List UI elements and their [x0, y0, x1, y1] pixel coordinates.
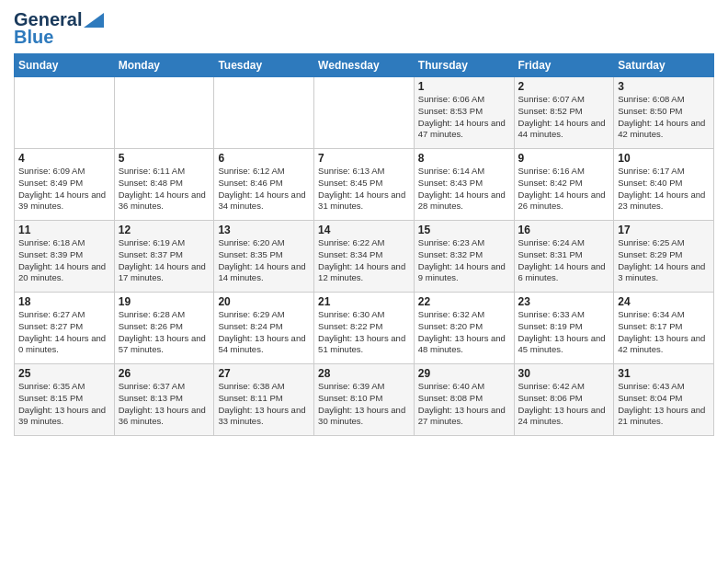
day-number: 11: [18, 224, 110, 236]
day-cell: 6Sunrise: 6:12 AM Sunset: 8:46 PM Daylig…: [214, 149, 314, 221]
day-number: 20: [218, 295, 310, 308]
day-detail: Sunrise: 6:32 AM Sunset: 8:20 PM Dayligh…: [418, 309, 510, 356]
day-cell: 13Sunrise: 6:20 AM Sunset: 8:35 PM Dayli…: [214, 221, 314, 293]
day-detail: Sunrise: 6:25 AM Sunset: 8:29 PM Dayligh…: [618, 237, 710, 284]
day-cell: 4Sunrise: 6:09 AM Sunset: 8:49 PM Daylig…: [15, 149, 115, 221]
week-row-4: 18Sunrise: 6:27 AM Sunset: 8:27 PM Dayli…: [15, 293, 714, 364]
day-cell: 10Sunrise: 6:17 AM Sunset: 8:40 PM Dayli…: [614, 149, 714, 221]
day-cell: 9Sunrise: 6:16 AM Sunset: 8:42 PM Daylig…: [514, 149, 614, 221]
day-detail: Sunrise: 6:08 AM Sunset: 8:50 PM Dayligh…: [618, 94, 710, 141]
day-number: 23: [518, 295, 610, 308]
day-cell: 16Sunrise: 6:24 AM Sunset: 8:31 PM Dayli…: [514, 221, 614, 293]
day-number: 19: [119, 295, 210, 308]
calendar-table: SundayMondayTuesdayWednesdayThursdayFrid…: [14, 53, 714, 436]
day-detail: Sunrise: 6:16 AM Sunset: 8:42 PM Dayligh…: [518, 166, 610, 213]
day-number: 25: [18, 367, 110, 380]
day-cell: 17Sunrise: 6:25 AM Sunset: 8:29 PM Dayli…: [614, 221, 714, 293]
day-detail: Sunrise: 6:42 AM Sunset: 8:06 PM Dayligh…: [518, 381, 610, 428]
header-saturday: Saturday: [614, 54, 714, 77]
header-sunday: Sunday: [15, 54, 115, 77]
day-cell: 26Sunrise: 6:37 AM Sunset: 8:13 PM Dayli…: [114, 364, 214, 436]
day-number: 5: [119, 152, 210, 165]
day-number: 13: [218, 224, 310, 236]
day-detail: Sunrise: 6:40 AM Sunset: 8:08 PM Dayligh…: [418, 381, 510, 428]
day-cell: [314, 77, 415, 149]
day-cell: 30Sunrise: 6:42 AM Sunset: 8:06 PM Dayli…: [514, 364, 614, 436]
day-cell: 11Sunrise: 6:18 AM Sunset: 8:39 PM Dayli…: [15, 221, 115, 293]
header-monday: Monday: [114, 54, 214, 77]
day-cell: [114, 77, 214, 149]
day-detail: Sunrise: 6:33 AM Sunset: 8:19 PM Dayligh…: [518, 309, 610, 356]
day-number: 30: [518, 367, 610, 380]
day-cell: 20Sunrise: 6:29 AM Sunset: 8:24 PM Dayli…: [214, 293, 314, 364]
week-row-3: 11Sunrise: 6:18 AM Sunset: 8:39 PM Dayli…: [15, 221, 714, 293]
day-number: 15: [418, 224, 510, 236]
svg-marker-0: [84, 13, 104, 28]
day-number: 9: [518, 152, 610, 165]
day-number: 26: [119, 367, 210, 380]
logo-icon: [84, 13, 104, 28]
day-number: 17: [618, 224, 710, 236]
day-cell: 27Sunrise: 6:38 AM Sunset: 8:11 PM Dayli…: [214, 364, 314, 436]
day-detail: Sunrise: 6:24 AM Sunset: 8:31 PM Dayligh…: [518, 237, 610, 284]
day-cell: 25Sunrise: 6:35 AM Sunset: 8:15 PM Dayli…: [15, 364, 115, 436]
day-number: 4: [18, 152, 110, 165]
day-detail: Sunrise: 6:14 AM Sunset: 8:43 PM Dayligh…: [418, 166, 510, 213]
day-number: 6: [218, 152, 310, 165]
day-detail: Sunrise: 6:22 AM Sunset: 8:34 PM Dayligh…: [318, 237, 410, 284]
day-number: 21: [318, 295, 410, 308]
page-header: General Blue: [14, 9, 714, 48]
day-number: 16: [518, 224, 610, 236]
day-number: 31: [618, 367, 710, 380]
day-detail: Sunrise: 6:30 AM Sunset: 8:22 PM Dayligh…: [318, 309, 410, 356]
day-number: 7: [318, 152, 410, 165]
day-cell: 14Sunrise: 6:22 AM Sunset: 8:34 PM Dayli…: [314, 221, 415, 293]
day-detail: Sunrise: 6:09 AM Sunset: 8:49 PM Dayligh…: [18, 166, 110, 213]
day-cell: 24Sunrise: 6:34 AM Sunset: 8:17 PM Dayli…: [614, 293, 714, 364]
day-number: 1: [418, 80, 510, 93]
day-cell: 3Sunrise: 6:08 AM Sunset: 8:50 PM Daylig…: [614, 77, 714, 149]
logo: General Blue: [14, 9, 104, 48]
day-detail: Sunrise: 6:13 AM Sunset: 8:45 PM Dayligh…: [318, 166, 410, 213]
day-detail: Sunrise: 6:11 AM Sunset: 8:48 PM Dayligh…: [119, 166, 210, 213]
day-number: 29: [418, 367, 510, 380]
day-detail: Sunrise: 6:28 AM Sunset: 8:26 PM Dayligh…: [119, 309, 210, 356]
day-cell: 2Sunrise: 6:07 AM Sunset: 8:52 PM Daylig…: [514, 77, 614, 149]
day-detail: Sunrise: 6:35 AM Sunset: 8:15 PM Dayligh…: [18, 381, 110, 428]
day-number: 28: [318, 367, 410, 380]
day-cell: 28Sunrise: 6:39 AM Sunset: 8:10 PM Dayli…: [314, 364, 415, 436]
day-number: 22: [418, 295, 510, 308]
day-number: 12: [119, 224, 210, 236]
day-cell: 15Sunrise: 6:23 AM Sunset: 8:32 PM Dayli…: [414, 221, 514, 293]
day-cell: 8Sunrise: 6:14 AM Sunset: 8:43 PM Daylig…: [414, 149, 514, 221]
day-detail: Sunrise: 6:37 AM Sunset: 8:13 PM Dayligh…: [119, 381, 210, 428]
header-friday: Friday: [514, 54, 614, 77]
day-cell: [214, 77, 314, 149]
day-number: 10: [618, 152, 710, 165]
day-detail: Sunrise: 6:20 AM Sunset: 8:35 PM Dayligh…: [218, 237, 310, 284]
day-detail: Sunrise: 6:23 AM Sunset: 8:32 PM Dayligh…: [418, 237, 510, 284]
day-detail: Sunrise: 6:27 AM Sunset: 8:27 PM Dayligh…: [18, 309, 110, 356]
day-detail: Sunrise: 6:12 AM Sunset: 8:46 PM Dayligh…: [218, 166, 310, 213]
day-cell: 7Sunrise: 6:13 AM Sunset: 8:45 PM Daylig…: [314, 149, 415, 221]
header-thursday: Thursday: [414, 54, 514, 77]
day-number: 14: [318, 224, 410, 236]
logo-blue: Blue: [14, 27, 53, 48]
day-cell: [15, 77, 115, 149]
day-detail: Sunrise: 6:29 AM Sunset: 8:24 PM Dayligh…: [218, 309, 310, 356]
day-cell: 5Sunrise: 6:11 AM Sunset: 8:48 PM Daylig…: [114, 149, 214, 221]
day-detail: Sunrise: 6:39 AM Sunset: 8:10 PM Dayligh…: [318, 381, 410, 428]
header-wednesday: Wednesday: [314, 54, 415, 77]
day-cell: 23Sunrise: 6:33 AM Sunset: 8:19 PM Dayli…: [514, 293, 614, 364]
calendar-header-row: SundayMondayTuesdayWednesdayThursdayFrid…: [15, 54, 714, 77]
day-number: 24: [618, 295, 710, 308]
day-cell: 18Sunrise: 6:27 AM Sunset: 8:27 PM Dayli…: [15, 293, 115, 364]
header-tuesday: Tuesday: [214, 54, 314, 77]
week-row-1: 1Sunrise: 6:06 AM Sunset: 8:53 PM Daylig…: [15, 77, 714, 149]
day-cell: 31Sunrise: 6:43 AM Sunset: 8:04 PM Dayli…: [614, 364, 714, 436]
week-row-2: 4Sunrise: 6:09 AM Sunset: 8:49 PM Daylig…: [15, 149, 714, 221]
day-cell: 22Sunrise: 6:32 AM Sunset: 8:20 PM Dayli…: [414, 293, 514, 364]
day-detail: Sunrise: 6:19 AM Sunset: 8:37 PM Dayligh…: [119, 237, 210, 284]
day-number: 8: [418, 152, 510, 165]
day-number: 18: [18, 295, 110, 308]
